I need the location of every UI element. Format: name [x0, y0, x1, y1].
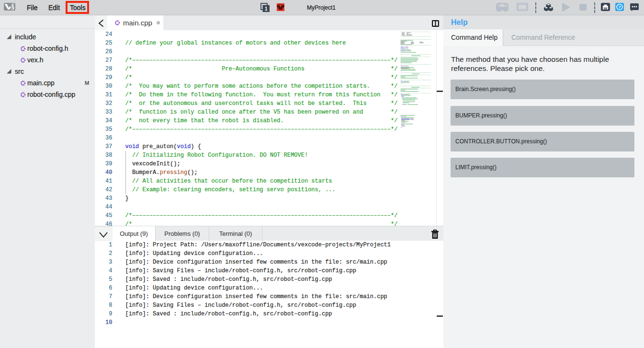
- svg-text:?: ?: [618, 4, 621, 10]
- svg-text:1: 1: [265, 6, 268, 12]
